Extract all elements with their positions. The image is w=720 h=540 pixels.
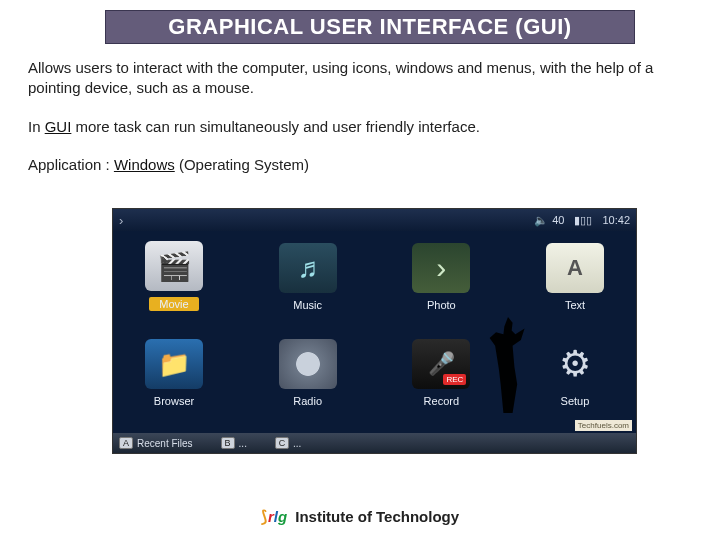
content-area: Allows users to interact with the comput… (28, 58, 698, 185)
movie-icon-glyph (145, 241, 203, 291)
photo-icon[interactable]: Photo (398, 243, 484, 311)
photo-icon-glyph (412, 243, 470, 293)
p2-pre: In (28, 118, 45, 135)
p3-post: (Operating System) (175, 156, 309, 173)
radio-icon-label: Radio (293, 395, 322, 407)
gui-bottombar: ARecent FilesB...C... (113, 433, 636, 453)
page-title: GRAPHICAL USER INTERFACE (GUI) (105, 10, 635, 44)
p3-pre: Application : (28, 156, 114, 173)
paragraph-2: In GUI more task can run simultaneously … (28, 117, 698, 137)
footer: ⟆rlg Institute of Technology (0, 507, 720, 526)
speaker-icon[interactable]: 🔈 (534, 214, 548, 227)
radio-icon[interactable]: Radio (265, 339, 351, 407)
clock-label: 10:42 (602, 214, 630, 226)
footer-text: Institute of Technology (295, 508, 459, 525)
browser-icon-glyph (145, 339, 203, 389)
music-icon-glyph (279, 243, 337, 293)
record-icon-label: Record (424, 395, 459, 407)
record-icon-glyph (412, 339, 470, 389)
browser-icon[interactable]: Browser (131, 339, 217, 407)
logo-swoosh-icon: ⟆ (261, 507, 267, 526)
bottombar-item[interactable]: ARecent Files (119, 437, 193, 449)
paragraph-3: Application : Windows (Operating System) (28, 155, 698, 175)
volume-level: 40 (552, 214, 564, 226)
gui-topbar: › 🔈 40 ▮▯▯ 10:42 (113, 209, 636, 231)
browser-icon-label: Browser (154, 395, 194, 407)
back-icon[interactable]: › (119, 213, 123, 228)
setup-icon-glyph (546, 339, 604, 389)
bottombar-key: A (119, 437, 133, 449)
record-icon[interactable]: Record (398, 339, 484, 407)
music-icon[interactable]: Music (265, 243, 351, 311)
bottombar-label: Recent Files (137, 438, 193, 449)
bottombar-item[interactable]: B... (221, 437, 247, 449)
rlg-logo: ⟆rlg (261, 507, 287, 526)
setup-icon[interactable]: Setup (532, 339, 618, 407)
bottombar-item[interactable]: C... (275, 437, 301, 449)
text-icon[interactable]: Text (532, 243, 618, 311)
movie-icon[interactable]: Movie (131, 241, 217, 311)
radio-icon-glyph (279, 339, 337, 389)
watermark: Techfuels.com (575, 420, 632, 431)
bottombar-key: C (275, 437, 289, 449)
bottombar-label: ... (293, 438, 301, 449)
gui-row-1: MovieMusicPhotoText (131, 241, 618, 311)
music-icon-label: Music (293, 299, 322, 311)
p2-gui: GUI (45, 118, 72, 135)
bottombar-key: B (221, 437, 235, 449)
gui-row-2: BrowserRadioRecordSetup (131, 339, 618, 407)
setup-icon-label: Setup (561, 395, 590, 407)
bottombar-label: ... (239, 438, 247, 449)
text-icon-glyph (546, 243, 604, 293)
photo-icon-label: Photo (427, 299, 456, 311)
p2-post: more task can run simultaneously and use… (71, 118, 480, 135)
battery-icon: ▮▯▯ (574, 214, 592, 227)
logo-g: g (278, 508, 287, 525)
gui-screenshot: › 🔈 40 ▮▯▯ 10:42 MovieMusicPhotoText Bro… (112, 208, 637, 454)
text-icon-label: Text (565, 299, 585, 311)
p3-windows: Windows (114, 156, 175, 173)
paragraph-1: Allows users to interact with the comput… (28, 58, 698, 99)
movie-icon-label: Movie (149, 297, 198, 311)
